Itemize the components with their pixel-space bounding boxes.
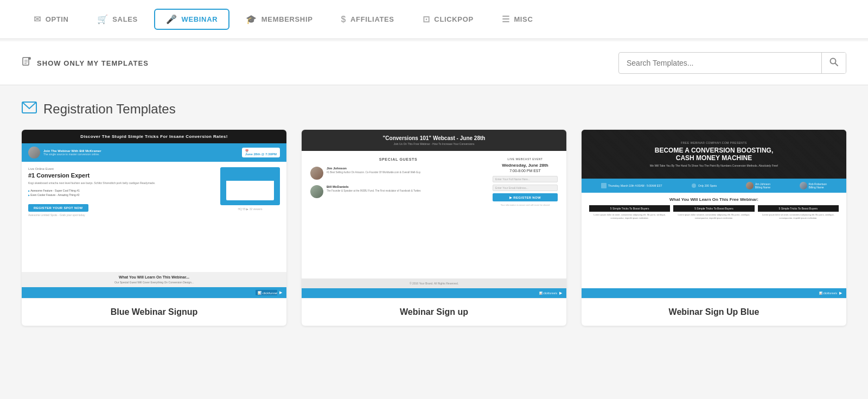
preview1-avatar bbox=[28, 147, 40, 159]
preview1-header: Discover The Stupid Simple Tricks For In… bbox=[22, 130, 286, 143]
preview3-bar: Thursday, March 10th 4:00AM - 5:00AM EST… bbox=[582, 179, 846, 193]
tab-clickpop-label: CLICKPOP bbox=[434, 15, 473, 23]
preview1-date-badge: 📅 June 28th @ 7:30PM bbox=[242, 148, 280, 157]
template-preview-3: FREE WEBINAR COMPANY.COM PRESENTS BECOME… bbox=[582, 130, 846, 298]
section-envelope-icon bbox=[22, 102, 37, 117]
clickpop-icon: ⊡ bbox=[423, 14, 430, 24]
section-title: Registration Templates bbox=[43, 102, 176, 117]
template-name-1: Blue Webinar Signup bbox=[22, 298, 286, 326]
tab-webinar-label: WEBINAR bbox=[182, 15, 218, 23]
template-card-webinar-sign-up[interactable]: "Conversions 101" Webcast - June 28th Jo… bbox=[302, 130, 566, 326]
svg-text:📊 clickfunnels: 📊 clickfunnels bbox=[258, 291, 277, 295]
preview2-body: SPECIAL GUESTS Jim Johnson #1 Best Selli… bbox=[302, 151, 566, 278]
svg-line-6 bbox=[835, 64, 838, 66]
cart-icon: 🛒 bbox=[97, 14, 108, 24]
template-card-webinar-sign-up-blue[interactable]: FREE WEBINAR COMPANY.COM PRESENTS BECOME… bbox=[582, 130, 846, 326]
tab-clickpop[interactable]: ⊡ CLICKPOP bbox=[411, 9, 486, 30]
preview1-subheader: Join The Webinar With Bill McKramer The … bbox=[22, 143, 286, 162]
tab-membership[interactable]: 🎓 MEMBERSHIP bbox=[234, 9, 324, 30]
tab-misc[interactable]: ☰ MISC bbox=[490, 9, 545, 30]
template-name-3: Webinar Sign Up Blue bbox=[582, 298, 846, 326]
nav-bar: ✉ OPTIN 🛒 SALES 🎤 WEBINAR 🎓 MEMBERSHIP $… bbox=[0, 0, 868, 39]
show-my-templates-label: SHOW ONLY MY TEMPLATES bbox=[37, 59, 149, 67]
template-preview-2: "Conversions 101" Webcast - June 28th Jo… bbox=[302, 130, 566, 298]
template-grid: Discover The Stupid Simple Tricks For In… bbox=[22, 130, 846, 326]
search-input[interactable] bbox=[619, 59, 821, 67]
search-container bbox=[618, 52, 846, 74]
mic-icon: 🎤 bbox=[166, 14, 177, 24]
file-icon bbox=[22, 57, 31, 69]
preview1-footer: What You Will Learn On This Webinar... O… bbox=[22, 272, 286, 287]
filter-bar: SHOW ONLY MY TEMPLATES bbox=[0, 41, 868, 85]
preview2-bar: 📊 clickfunnels ▶ bbox=[302, 288, 566, 298]
tab-affiliates[interactable]: $ AFFILIATES bbox=[329, 9, 406, 30]
mail-icon: ✉ bbox=[34, 14, 41, 24]
svg-rect-0 bbox=[23, 58, 29, 65]
preview2-header: "Conversions 101" Webcast - June 28th Jo… bbox=[302, 130, 566, 151]
preview1-bar: 📊 clickfunnels ▶ bbox=[22, 287, 286, 298]
template-card-blue-webinar-signup[interactable]: Discover The Stupid Simple Tricks For In… bbox=[22, 130, 286, 326]
tab-misc-label: MISC bbox=[514, 15, 533, 23]
template-preview-1: Discover The Stupid Simple Tricks For In… bbox=[22, 130, 286, 298]
tab-affiliates-label: AFFILIATES bbox=[350, 15, 394, 23]
preview3-hero: FREE WEBINAR COMPANY.COM PRESENTS BECOME… bbox=[582, 130, 846, 179]
tab-webinar[interactable]: 🎤 WEBINAR bbox=[154, 9, 229, 30]
template-name-2: Webinar Sign up bbox=[302, 298, 566, 326]
tab-optin-label: OPTIN bbox=[46, 15, 69, 23]
preview1-screen bbox=[220, 167, 280, 205]
main-content: Registration Templates Discover The Stup… bbox=[0, 85, 868, 399]
search-icon bbox=[829, 58, 838, 68]
graduation-icon: 🎓 bbox=[246, 14, 257, 24]
preview2-footer: © 2016 Your Brand. All Rights Reserved. bbox=[302, 278, 566, 288]
tab-sales-label: SALES bbox=[112, 15, 138, 23]
svg-point-11 bbox=[692, 183, 696, 188]
preview3-footer-bar: 📊 clickfunnels ▶ bbox=[582, 288, 846, 298]
tab-optin[interactable]: ✉ OPTIN bbox=[22, 9, 81, 30]
preview1-body: Live Online Event #1 Conversion Expert K… bbox=[22, 162, 286, 272]
tab-sales[interactable]: 🛒 SALES bbox=[85, 9, 150, 30]
svg-rect-10 bbox=[601, 183, 607, 188]
search-button[interactable] bbox=[821, 53, 846, 73]
show-my-templates-button[interactable]: SHOW ONLY MY TEMPLATES bbox=[22, 57, 149, 69]
section-header: Registration Templates bbox=[22, 102, 846, 117]
dollar-icon: $ bbox=[341, 15, 346, 24]
tab-membership-label: MEMBERSHIP bbox=[261, 15, 313, 23]
menu-icon: ☰ bbox=[502, 14, 510, 24]
preview3-learn: What You Will Learn On This Free Webinar… bbox=[582, 193, 846, 224]
